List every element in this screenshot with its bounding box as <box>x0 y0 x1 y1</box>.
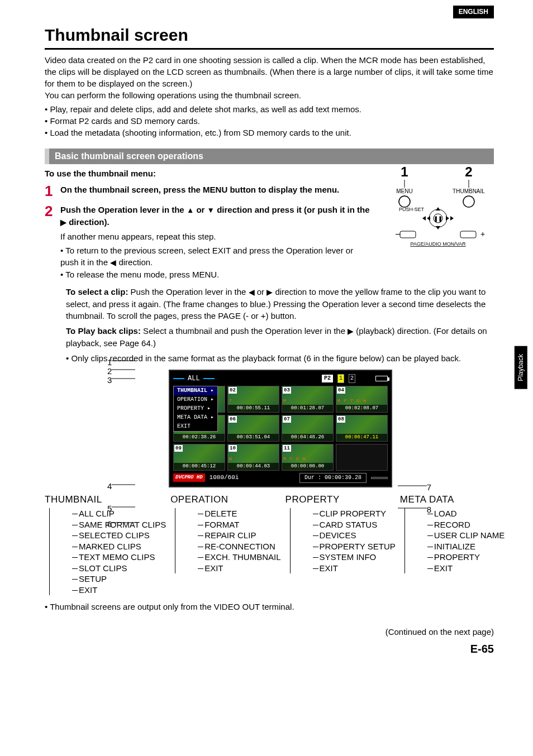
control-diagram: 1 2 MENU THUMBNAIL PUSH·SET ❚❚ – + PAGE/… <box>382 165 494 249</box>
intro-line-2: You can perform the following operations… <box>45 89 494 101</box>
thumbnail-clip: 03M00:01:28.07 <box>282 386 334 413</box>
select-clip-paragraph: To select a clip: Push the Operation lev… <box>45 286 494 322</box>
tree-item: RE-CONNECTION <box>198 541 280 552</box>
left-arrow-icon: ◀ <box>249 288 255 296</box>
tree-item: CLIP PROPERTY <box>313 508 396 519</box>
section-heading: Basic thumbnail screen operations <box>45 149 494 164</box>
tree-column-title: META DATA <box>400 493 505 506</box>
thumbnail-grid: THUMBNAIL ▸ OPERATION ▸ PROPERTY ▸ META … <box>173 386 388 471</box>
step-number-2: 2 <box>45 204 60 218</box>
duration-label: Dur : 00:00:39.28 <box>299 473 367 483</box>
playback-clip-paragraph: To Play back clips: Select a thumbnail a… <box>45 325 494 349</box>
tree-column-title: OPERATION <box>170 493 280 506</box>
intro-bullet: Load the metadata (shooting information,… <box>45 127 494 138</box>
step-2-bullet-b: To release the menu mode, press MENU. <box>60 269 371 280</box>
plus-label: + <box>480 229 485 238</box>
lcd-figure: 1 2 3 4 5 6 7 8 ALL P2 1 2 <box>135 370 403 487</box>
callout-4: 4 <box>107 480 112 492</box>
thumbnail-clip: 0900:00:45:12 <box>173 444 225 471</box>
down-arrow-icon <box>436 226 440 229</box>
lcd-menu-item: EXIT <box>174 422 217 431</box>
step-2-title: Push the Operation lever in the ▲ or ▼ d… <box>60 204 371 228</box>
svg-marker-4 <box>422 216 426 221</box>
right-arrow-icon: ▶ <box>348 327 354 336</box>
tree-item: EXIT <box>427 563 505 574</box>
tree-item: EXCH. THUMBNAIL <box>198 552 280 563</box>
tree-item: MARKED CLIPS <box>72 541 166 552</box>
thumbnail-label: THUMBNAIL <box>453 188 485 194</box>
page-number: E-65 <box>45 641 494 657</box>
continued-label: (Continued on the next page) <box>45 626 494 638</box>
tree-item: ALL CLIP <box>72 508 166 519</box>
tree-item: PROPERTY <box>427 552 505 563</box>
tree-item: DEVICES <box>313 530 396 541</box>
tree-item: RECORD <box>427 519 505 530</box>
tree-column-title: THUMBNAIL <box>45 493 166 506</box>
tree-item: EXIT <box>72 585 166 596</box>
tree-column-title: PROPERTY <box>285 493 396 506</box>
menu-tree: THUMBNAILALL CLIPSAME FORMAT CLIPSSELECT… <box>45 493 494 596</box>
thumbnail-clip: 0800:06:47.11 <box>336 415 388 442</box>
lcd-menu-item: OPERATION ▸ <box>174 395 217 404</box>
callout-7: 7 <box>427 481 431 493</box>
step-number-1: 1 <box>45 184 60 198</box>
lcd-menu-item: PROPERTY ▸ <box>174 404 217 413</box>
tree-item: SYSTEM INFO <box>313 552 396 563</box>
up-arrow-icon <box>436 207 440 210</box>
tree-item: FORMAT <box>198 519 280 530</box>
step-2-subtext: If another menu appears, repeat this ste… <box>60 231 371 242</box>
right-arrow-icon: ▶ <box>266 288 273 296</box>
intro-bullet: Format P2 cards and SD memory cards. <box>45 115 494 127</box>
battery-icon <box>375 376 388 381</box>
up-arrow-icon: ▲ <box>187 206 194 214</box>
diagram-callout-1: 1 <box>401 165 408 179</box>
svg-marker-5 <box>450 216 454 221</box>
thumbnail-clip: 04M P T E W00:02:08.07 <box>336 386 388 413</box>
thumbnail-clip: 0700:04:48.26 <box>282 415 334 442</box>
tree-item: USER CLIP NAME <box>427 530 505 541</box>
tree-item: CARD STATUS <box>313 519 396 530</box>
svg-text:❚❚: ❚❚ <box>434 216 442 222</box>
tree-item: SLOT CLIPS <box>72 563 166 574</box>
step-2-bullet-a: To return to the previous screen, select… <box>60 245 371 269</box>
lcd-menu-item: META DATA ▸ <box>174 413 217 422</box>
tree-item: SELECTED CLIPS <box>72 530 166 541</box>
tree-item: TEXT MEMO CLIPS <box>72 552 166 563</box>
left-arrow-icon: ◀ <box>110 259 116 267</box>
tree-item: INITIALIZE <box>427 541 505 552</box>
intro-paragraph: Video data created on the P2 card in one… <box>45 54 494 89</box>
tree-item: PROPERTY SETUP <box>313 541 396 552</box>
tree-column: META DATALOADRECORDUSER CLIP NAMEINITIAL… <box>400 493 505 596</box>
page-audio-label: PAGE/AUDIO MON/VAR <box>410 241 466 247</box>
tree-item: EXIT <box>313 563 396 574</box>
down-arrow-icon: ▼ <box>207 206 215 214</box>
playback-sub-bullet: Only clips recorded in the same format a… <box>66 352 494 364</box>
tree-column: THUMBNAILALL CLIPSAME FORMAT CLIPSSELECT… <box>45 493 166 596</box>
tree-item: DELETE <box>198 508 280 519</box>
thumbnail-clip: 0600:03:51.04 <box>227 415 279 442</box>
lcd-popup-menu: THUMBNAIL ▸ OPERATION ▸ PROPERTY ▸ META … <box>173 386 218 432</box>
lcd-all-label: ALL <box>188 374 200 384</box>
tree-item: SETUP <box>72 573 166 585</box>
push-set-label: PUSH·SET <box>399 207 425 212</box>
menu-label: MENU <box>396 188 412 194</box>
intro-bullet: Play, repair and delete clips, add and d… <box>45 103 494 115</box>
step-1-title: On the thumbnail screen, press the MENU … <box>60 184 371 195</box>
side-tab-playback: Playback <box>515 346 527 389</box>
tree-item: SAME FORMAT CLIPS <box>72 519 166 530</box>
tree-column: PROPERTYCLIP PROPERTYCARD STATUSDEVICESP… <box>285 493 396 596</box>
lcd-menu-item: THUMBNAIL ▸ <box>174 386 217 395</box>
dvcpro-badge: DVCPRO HD <box>173 473 205 482</box>
right-arrow-icon <box>446 216 449 221</box>
lcd-screen: ALL P2 1 2 THUMBNAIL ▸ OPERATION ▸ PROPE… <box>169 370 392 487</box>
callout-3: 3 <box>107 374 112 386</box>
lcd-slot-1: 1 <box>337 374 344 383</box>
thumbnail-clip: 11M T E W00:00:00.00 <box>282 444 334 471</box>
thumbnail-clip: 10W00:09:44.03 <box>227 444 279 471</box>
intro-bullet-list: Play, repair and delete clips, add and d… <box>45 103 494 138</box>
lcd-slot-2: 2 <box>349 374 355 383</box>
minus-button-icon <box>400 231 416 238</box>
thumbnail-clip: 02T00:00:55.11 <box>227 386 279 413</box>
tree-item: EXIT <box>198 563 280 574</box>
format-label: 1080/60i <box>210 473 239 482</box>
